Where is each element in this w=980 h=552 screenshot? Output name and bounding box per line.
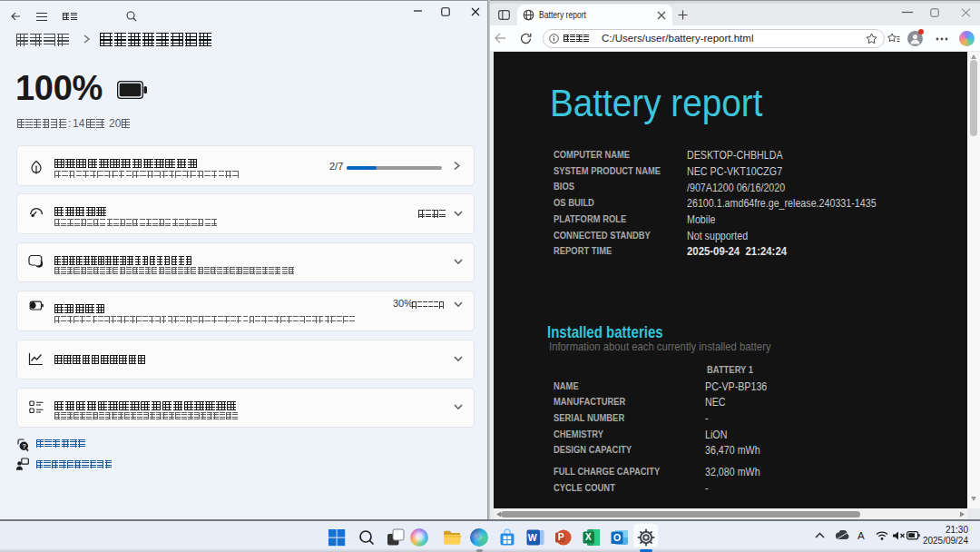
svg-text:P: P	[558, 531, 564, 542]
svg-text:?: ?	[22, 443, 25, 449]
svg-text:O: O	[613, 532, 621, 543]
svg-text:X: X	[585, 532, 592, 542]
svg-text:W: W	[528, 532, 537, 543]
